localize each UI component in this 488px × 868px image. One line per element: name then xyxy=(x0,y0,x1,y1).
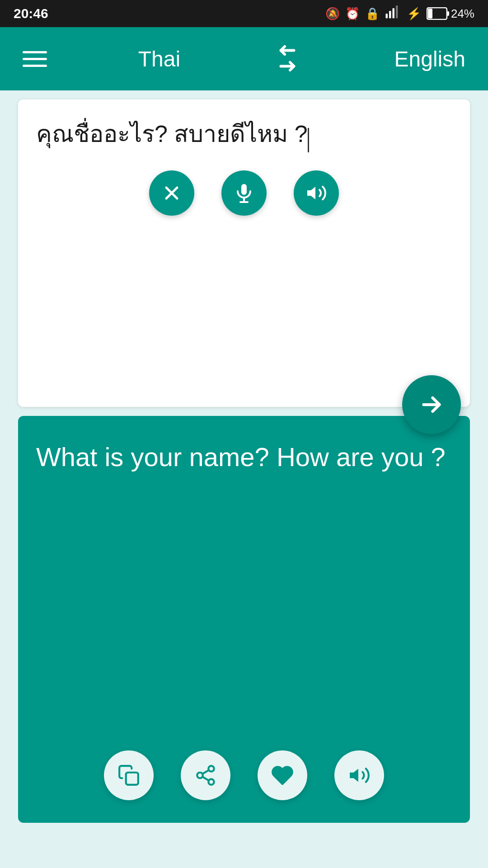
text-cursor xyxy=(308,128,309,152)
output-container: What is your name? How are you ? xyxy=(9,416,479,823)
target-language-selector[interactable]: English xyxy=(394,47,465,71)
speak-source-button[interactable] xyxy=(294,170,339,216)
svg-rect-3 xyxy=(396,5,398,19)
signal-icon xyxy=(385,4,401,24)
output-text-content: What is your name? How are you ? xyxy=(36,442,446,472)
copy-button[interactable] xyxy=(104,750,154,800)
source-action-buttons xyxy=(36,170,452,220)
svg-rect-0 xyxy=(385,14,388,19)
charging-icon: ⚡ xyxy=(407,7,421,21)
clear-button[interactable] xyxy=(149,170,194,216)
svg-rect-11 xyxy=(126,773,138,785)
alarm-icon: ⏰ xyxy=(345,7,360,21)
svg-line-15 xyxy=(202,777,209,780)
source-container: คุณชื่ออะไร? สบายดีไหม ? xyxy=(9,99,479,407)
svg-rect-2 xyxy=(392,8,394,19)
favorite-button[interactable] xyxy=(258,750,307,800)
translate-button[interactable] xyxy=(402,375,461,434)
status-bar: 20:46 🔕 ⏰ 🔒 ⚡ 24% xyxy=(0,0,488,27)
svg-rect-5 xyxy=(447,11,449,16)
menu-button[interactable] xyxy=(23,51,47,67)
svg-rect-1 xyxy=(389,11,391,19)
menu-line-1 xyxy=(23,51,47,53)
toolbar: Thai English xyxy=(0,27,488,90)
status-icons: 🔕 ⏰ 🔒 ⚡ 24% xyxy=(325,4,474,24)
source-text-content: คุณชื่ออะไร? สบายดีไหม ? xyxy=(36,121,308,147)
microphone-button[interactable] xyxy=(221,170,267,216)
output-text-display: What is your name? How are you ? xyxy=(36,439,452,475)
svg-marker-10 xyxy=(307,187,315,199)
share-button[interactable] xyxy=(181,750,230,800)
menu-line-2 xyxy=(23,58,47,60)
source-language-selector[interactable]: Thai xyxy=(138,47,180,71)
output-action-buttons xyxy=(18,750,470,800)
output-panel: What is your name? How are you ? xyxy=(18,416,470,823)
lock-icon: 🔒 xyxy=(365,7,380,21)
svg-rect-7 xyxy=(241,184,247,195)
source-panel: คุณชื่ออะไร? สบายดีไหม ? xyxy=(18,99,470,407)
mute-icon: 🔕 xyxy=(325,7,340,21)
speak-translation-button[interactable] xyxy=(334,750,384,800)
swap-languages-button[interactable] xyxy=(272,45,303,73)
svg-line-16 xyxy=(202,770,209,774)
source-text-display: คุณชื่ออะไร? สบายดีไหม ? xyxy=(36,118,452,152)
svg-rect-6 xyxy=(428,9,432,19)
menu-line-3 xyxy=(23,65,47,67)
svg-marker-17 xyxy=(350,769,358,782)
battery-icon: 24% xyxy=(427,7,474,21)
status-time: 20:46 xyxy=(14,6,48,21)
